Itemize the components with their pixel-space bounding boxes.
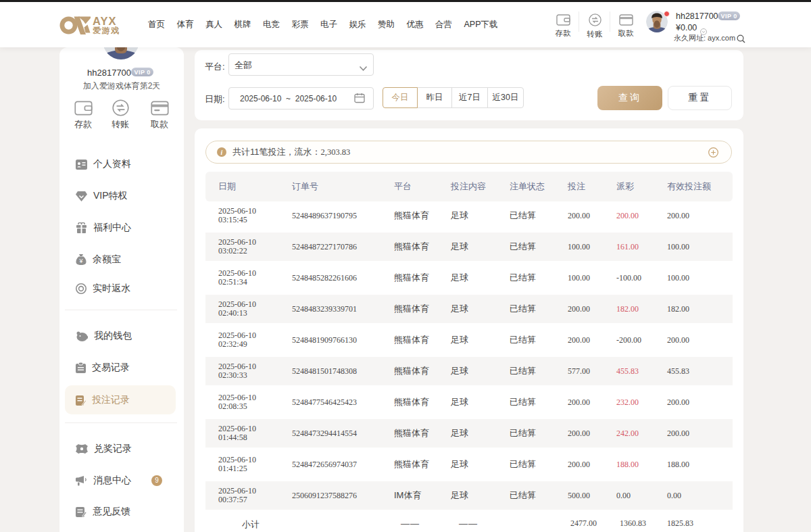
svg-text:¥: ¥ xyxy=(78,258,83,264)
svg-text:i: i xyxy=(221,149,223,156)
